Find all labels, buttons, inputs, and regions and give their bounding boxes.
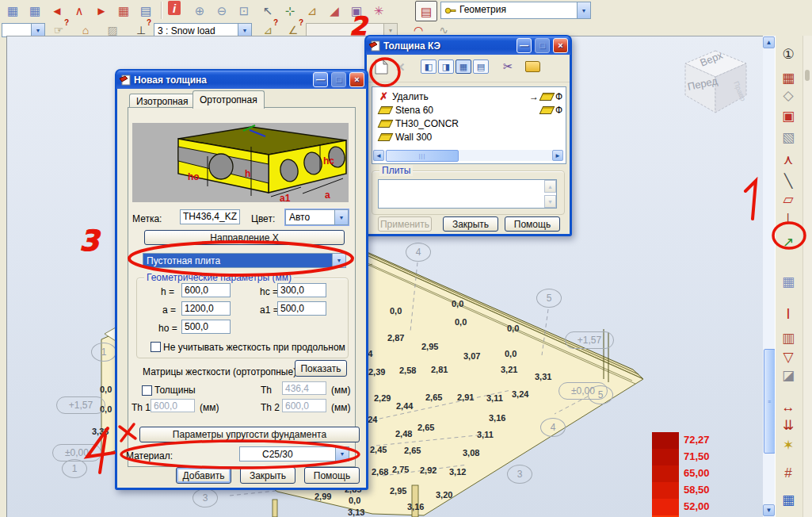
minimize-button[interactable]: — [517,38,532,53]
report-table2-icon[interactable]: ▦ [25,1,44,20]
calendar-grid-icon[interactable]: ▦ [114,1,133,20]
plate-3d-icon[interactable]: ▧ [777,127,799,147]
label-th: Th [261,385,272,396]
legend-value: 58,50 [684,484,710,496]
legend-value: 65,00 [684,467,710,479]
field-a[interactable]: 1200,0 [181,301,231,316]
spinner-down[interactable]: ▼ [544,195,556,208]
axes-cross-icon[interactable]: ⊹ [280,1,299,20]
sidebar-scroll-strip[interactable] [802,36,812,517]
chevron-down-icon[interactable]: ▼ [31,24,44,36]
metka-input[interactable]: TH436,4_KZ [180,209,240,224]
frame-building-icon[interactable]: # [777,462,799,483]
solid-block-icon[interactable]: ◪ [777,365,799,385]
protractor-icon[interactable]: ⊿ [303,1,322,20]
select-pointer-icon[interactable]: ↖ [258,1,277,20]
view-mode-button-1[interactable]: ◨ [438,59,454,74]
slab-type-combo[interactable]: Пустотная плита ▼ [143,253,346,268]
floor-grid-icon[interactable]: ▦ [777,271,799,292]
data-table-icon[interactable]: ▤ [136,1,155,20]
minimize-button[interactable]: — [313,72,328,87]
close-button[interactable]: Закрыть [443,216,498,232]
chevron-down-icon[interactable]: ▼ [332,254,345,267]
material-combo[interactable]: C25/30 ▼ [239,446,349,461]
slab-thickness-icon[interactable]: ⊥ [777,208,799,228]
polyline-icon[interactable]: ◇ [777,85,799,105]
thickness-checkbox[interactable] [142,385,152,396]
chevron-down-icon[interactable]: ▼ [238,24,251,36]
blocks-3d-icon[interactable]: ▣ [347,1,366,20]
color-flower-icon[interactable]: ✳ [369,1,388,20]
show-matrices-button[interactable]: Показать [295,360,347,377]
slab-icon [378,106,394,114]
table-blue-icon[interactable]: ▦ [777,489,799,510]
field-h[interactable]: 600,0 [181,283,231,297]
direction-x-button[interactable]: Направление X [144,230,345,245]
zoom-out-icon[interactable]: ⊖ [212,1,231,20]
open-folder-icon[interactable] [525,61,540,72]
thickness-list[interactable]: ✗УдалитьStena 60TH30_CONCRWall 300 →ФФ ◄… [372,86,566,164]
chevron-down-icon[interactable]: ▼ [577,2,590,18]
ibeam-section-icon[interactable]: Ⅰ [777,304,799,324]
wizard-icon[interactable]: ✶ [777,435,799,455]
report-table-icon[interactable]: ▦ [3,1,22,20]
new-thickness-titlebar[interactable]: Новая толщина — □ × [116,71,367,89]
fe-thickness-titlebar[interactable]: Толщина КЭ — □ × [366,36,570,55]
color-combo[interactable]: Авто ▼ [285,209,349,225]
canvas-vertical-scrollbar[interactable]: ▲ ▼ ≡ [763,36,775,517]
help-button[interactable]: Помощь [505,216,560,232]
zoom-window-icon[interactable]: ⊡ [234,1,254,20]
question-badge: ? [273,19,278,27]
list-item[interactable]: TH30_CONCR [372,117,566,130]
geometry-combo[interactable]: Геометрия ▼ [440,2,591,19]
ignore-stiffness-checkbox[interactable] [151,342,161,352]
field-a1[interactable]: 500,0 [277,301,326,316]
hatch-triangle-icon[interactable]: ◢ [325,1,344,20]
branch-node-icon[interactable]: ⋏ [777,149,799,170]
close-button[interactable]: × [553,38,568,53]
slab-axes-icon[interactable]: ↗ [777,232,799,252]
spinner-up[interactable]: ▲ [544,180,556,193]
foundation-elasticity-button[interactable]: Параметры упругости фундамента [139,427,360,442]
scroll-up-button[interactable]: ▲ [763,36,775,48]
scroll-down-button[interactable]: ▼ [763,504,775,516]
field-ho[interactable]: 500,0 [181,320,231,334]
zoom-in-icon[interactable]: ⊕ [190,1,209,20]
list-item[interactable]: Wall 300 [372,130,566,144]
chevron-down-icon[interactable]: ▼ [335,447,349,461]
node-numbering-icon[interactable]: ① [777,44,799,64]
list-horizontal-scrollbar[interactable]: ◄ ► ||| [373,150,563,161]
view-mode-button-2[interactable]: ▦ [456,59,471,74]
field-hc[interactable]: 300,0 [277,283,326,297]
sidebar-scroll-grip[interactable] [805,70,810,81]
svg-text:h: h [245,168,250,179]
distributed-load-icon[interactable]: ⇊ [777,415,799,435]
close-button[interactable]: Закрыть [240,467,295,484]
scroll-left-button[interactable]: ◄ [373,150,384,161]
info-icon[interactable]: i [168,1,181,15]
scroll-thumb[interactable]: ||| [386,150,459,162]
stiffness-table-icon[interactable]: ▤ [415,1,437,21]
help-button[interactable]: Помощь [304,467,360,484]
view-mode-button-0[interactable]: ◧ [421,59,436,74]
cut-icon[interactable]: ✂ [503,59,513,74]
legend-swatch [652,482,679,499]
view-mode-button-3[interactable]: ▤ [473,59,489,74]
plates-input[interactable] [378,179,557,209]
flat-slab-icon[interactable]: ▱ [777,189,799,209]
scroll-thumb[interactable]: ≡ [764,349,776,454]
red-flag-left-icon[interactable]: ◄ [48,1,67,20]
red-flag-right-icon[interactable]: ► [92,1,111,20]
geometry-combo-value: Геометрия [456,2,577,18]
chevron-down-icon[interactable]: ▼ [334,210,348,224]
layered-plates-icon[interactable]: ▥ [777,327,799,348]
scroll-right-button[interactable]: ► [552,150,563,161]
new-thickness-icon[interactable] [375,59,388,77]
question-badge: ? [299,19,303,27]
add-button[interactable]: Добавить [176,467,231,484]
cube-circle-icon[interactable]: ▣ [777,105,799,126]
new-thickness-dialog: Новая толщина — □ × Изотропная Ортотропн… [115,69,368,490]
tab-orthotropic[interactable]: Ортотропная [193,90,265,109]
close-button[interactable]: × [349,72,364,87]
red-peak-icon[interactable]: ∧ [70,1,89,20]
